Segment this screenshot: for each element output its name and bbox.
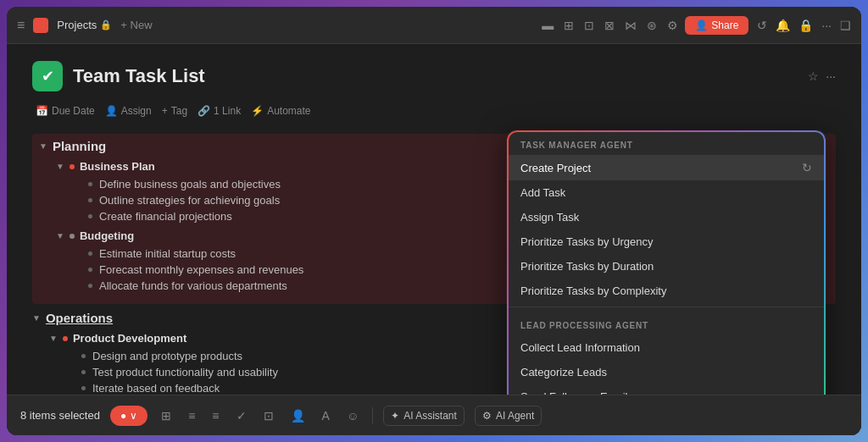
selection-count: 8 items selected <box>20 409 100 422</box>
prioritize-complexity-item[interactable]: Prioritize Tasks by Complexity <box>507 279 826 303</box>
item-text: Outline strategies for achieving goals <box>99 194 280 207</box>
bullet-icon <box>88 198 92 202</box>
settings-icon[interactable]: ⚙ <box>667 19 678 32</box>
item-text: Define business goals and objectives <box>99 178 281 191</box>
budgeting-dot <box>70 234 75 239</box>
app-window: ≡ Projects 🔒 + New ▬ ⊞ ⊡ ⊠ ⋈ ⊛ ⚙ 👤 Share… <box>7 7 861 435</box>
product-dev-dot <box>63 336 68 341</box>
bullet-icon <box>81 370 86 374</box>
bullet-icon <box>88 251 92 256</box>
table-icon[interactable]: ⊠ <box>604 19 615 32</box>
box-icon[interactable]: ⊡ <box>260 407 277 424</box>
more-options-icon[interactable]: ··· <box>821 19 832 32</box>
bar-separator <box>372 407 373 424</box>
assign-task-text: Assign Task <box>520 211 579 224</box>
prioritize-urgency-item[interactable]: Prioritize Tasks by Urgency <box>507 229 826 254</box>
bullet-icon <box>81 386 86 390</box>
categorize-leads-text: Categorize Leads <box>520 366 607 378</box>
topbar-right: 👤 Share ↺ 🔔 🔒 ··· ❑ <box>685 16 851 35</box>
ai-agent-label: AI Agent <box>496 410 534 422</box>
share-icon[interactable]: ⋈ <box>625 19 637 32</box>
agent-divider <box>507 307 826 307</box>
list-view-icon[interactable]: ▬ <box>542 19 554 32</box>
assign-toolbar[interactable]: 👤 Assign <box>105 105 152 117</box>
item-text: Create financial projections <box>99 210 232 223</box>
board-view-icon[interactable]: ⊞ <box>564 19 574 32</box>
ai-assistant-button[interactable]: ✦ AI Assistant <box>383 406 465 426</box>
person-bar-icon[interactable]: 👤 <box>287 407 309 424</box>
topbar-left: ≡ Projects 🔒 + New <box>17 18 535 33</box>
new-button[interactable]: + New <box>120 19 152 31</box>
calendar-toolbar-icon: 📅 <box>36 105 48 117</box>
lock-icon: 🔒 <box>100 19 112 30</box>
team-icon[interactable]: ⊛ <box>647 19 657 32</box>
prioritize-duration-item[interactable]: Prioritize Tasks by Duration <box>507 254 826 279</box>
color-dot-icon: ● <box>120 410 126 422</box>
agent-panel: TASK MANAGER AGENT Create Project ↻ Add … <box>505 129 827 435</box>
collect-lead-text: Collect Lead Information <box>520 341 640 354</box>
refresh-icon: ↻ <box>802 161 812 174</box>
categorize-leads-item[interactable]: Categorize Leads <box>507 360 826 384</box>
agent-icon: ⚙ <box>482 410 492 422</box>
item-text: Forecast monthly expenses and revenues <box>99 263 303 276</box>
collect-lead-item[interactable]: Collect Lead Information <box>507 335 826 360</box>
text-format-icon[interactable]: A <box>319 407 333 424</box>
tag-toolbar[interactable]: + Tag <box>162 105 187 117</box>
prioritize-complexity-text: Prioritize Tasks by Complexity <box>520 285 666 297</box>
lead-processing-label: LEAD PROCESSING AGENT <box>507 311 826 335</box>
person-toolbar-icon: 👤 <box>105 105 118 117</box>
add-task-text: Add Task <box>520 186 565 199</box>
bullet-icon <box>88 268 92 272</box>
indent-icon[interactable]: ≡ <box>209 407 222 424</box>
item-text: Allocate funds for various departments <box>99 279 287 292</box>
topbar: ≡ Projects 🔒 + New ▬ ⊞ ⊡ ⊠ ⋈ ⊛ ⚙ 👤 Share… <box>7 7 861 44</box>
notification-icon[interactable]: 🔔 <box>776 19 790 32</box>
ai-agent-button[interactable]: ⚙ AI Agent <box>475 406 542 426</box>
star-icon[interactable]: ☆ <box>808 69 819 83</box>
project-title-text: Projects <box>57 19 97 31</box>
main-document: ✔ Team Task List ☆ ··· 📅 Due Date 👤 Assi… <box>7 44 861 435</box>
color-button[interactable]: ● ∨ <box>110 406 147 426</box>
budgeting-label: Budgeting <box>80 229 134 242</box>
due-date-toolbar[interactable]: 📅 Due Date <box>36 105 95 117</box>
color-chevron-icon: ∨ <box>130 410 137 422</box>
link-toolbar-icon: 🔗 <box>198 105 210 117</box>
check-icon[interactable]: ✓ <box>233 407 250 424</box>
business-plan-arrow-icon: ▼ <box>56 162 64 171</box>
calendar-icon[interactable]: ⊡ <box>584 19 594 32</box>
add-task-item[interactable]: Add Task <box>507 180 826 205</box>
history-icon[interactable]: ↺ <box>757 19 767 32</box>
list-icon[interactable]: ≡ <box>185 407 198 424</box>
item-text: Iterate based on feedback <box>92 382 220 395</box>
doc-header: ✔ Team Task List ☆ ··· <box>32 61 836 91</box>
more-doc-icon[interactable]: ··· <box>826 69 836 83</box>
project-title: Projects 🔒 <box>57 19 112 31</box>
operations-arrow-icon: ▼ <box>32 313 41 323</box>
selection-bar: 8 items selected ● ∨ ⊞ ≡ ≡ ✓ ⊡ 👤 A ☺ ✦ A… <box>7 395 861 435</box>
bullet-icon <box>88 214 92 218</box>
create-project-item[interactable]: Create Project ↻ <box>507 155 826 180</box>
business-plan-label: Business Plan <box>80 160 155 173</box>
bullet-icon <box>88 182 92 186</box>
menu-icon[interactable]: ≡ <box>17 18 25 33</box>
topbar-center: ▬ ⊞ ⊡ ⊠ ⋈ ⊛ ⚙ <box>542 19 678 32</box>
emoji-icon[interactable]: ☺ <box>343 407 362 424</box>
share-button[interactable]: 👤 Share <box>685 16 748 35</box>
content-area: ✔ Team Task List ☆ ··· 📅 Due Date 👤 Assi… <box>7 44 861 435</box>
planning-arrow-icon: ▼ <box>39 141 47 151</box>
lock-topbar-icon[interactable]: 🔒 <box>798 19 813 32</box>
assign-task-item[interactable]: Assign Task <box>507 205 826 229</box>
agent-panel-inner: TASK MANAGER AGENT Create Project ↻ Add … <box>507 130 826 435</box>
item-text: Test product functionality and usability <box>92 366 278 378</box>
automate-toolbar[interactable]: ⚡ Automate <box>251 105 310 117</box>
business-plan-dot <box>70 164 75 169</box>
doc-title: Team Task List <box>73 65 205 87</box>
operations-label: Operations <box>46 311 113 325</box>
doc-actions: ☆ ··· <box>808 69 836 83</box>
create-project-text: Create Project <box>520 162 591 174</box>
item-text: Estimate initial startup costs <box>99 247 236 260</box>
ai-assistant-label: AI Assistant <box>403 410 457 422</box>
sidebar-toggle-icon[interactable]: ❑ <box>840 19 851 32</box>
copy-icon[interactable]: ⊞ <box>158 407 175 424</box>
link-toolbar[interactable]: 🔗 1 Link <box>198 105 241 117</box>
